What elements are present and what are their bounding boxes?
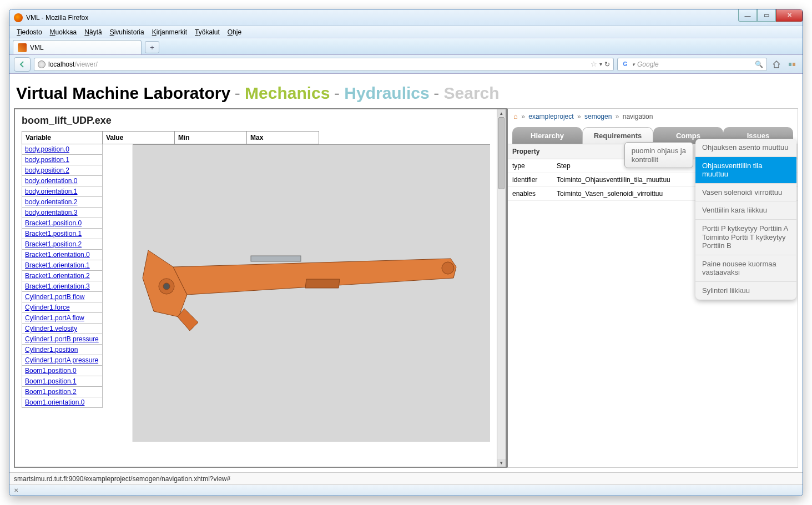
left-scrollbar[interactable]: ▴ ▾	[497, 109, 506, 467]
status-text: smartsimu.rd.tut.fi:9090/exampleproject/…	[14, 475, 230, 483]
col-variable: Variable	[22, 132, 103, 144]
svg-point-5	[442, 262, 454, 274]
search-placeholder: Google	[637, 60, 659, 68]
favicon-icon	[18, 43, 27, 52]
variable-link[interactable]: Bracket1.orientation.3	[25, 282, 90, 290]
variable-link[interactable]: body.position.1	[25, 156, 69, 164]
variable-link[interactable]: body.orientation.3	[25, 209, 78, 216]
globe-icon	[38, 60, 46, 68]
minimize-button[interactable]: —	[738, 9, 757, 22]
col-min: Min	[175, 132, 247, 144]
popup-item[interactable]: Sylinteri liikkuu	[695, 282, 796, 300]
scroll-up-icon[interactable]: ▴	[497, 109, 506, 117]
search-submit-icon[interactable]: 🔍	[755, 60, 763, 68]
prop-header: Property	[508, 144, 552, 159]
variable-link[interactable]: Boom1.orientation.0	[25, 398, 84, 406]
menu-tyokalut[interactable]: Työkalut	[191, 27, 224, 37]
browser-tab[interactable]: VML	[13, 40, 142, 54]
tab-hierarchy[interactable]: Hierarchy	[512, 127, 582, 144]
prop-key: enables	[508, 187, 552, 201]
variable-link[interactable]: Bracket1.position.2	[25, 240, 82, 248]
crumb-exampleproject[interactable]: exampleproject	[528, 113, 573, 120]
variable-link[interactable]: Boom1.position.0	[25, 367, 77, 375]
variable-link[interactable]: body.position.2	[25, 166, 69, 174]
crumb-navigation: navigation	[623, 113, 653, 120]
home-icon[interactable]: ⌂	[513, 112, 518, 120]
right-pane: ⌂ » exampleproject » semogen » navigatio…	[507, 108, 798, 468]
prop-key: type	[508, 159, 552, 173]
svg-rect-0	[789, 63, 791, 66]
breadcrumb: ⌂ » exampleproject » semogen » navigatio…	[508, 109, 798, 124]
popup-item[interactable]: Ohjauksen asento muuttuu	[695, 139, 796, 157]
page-content: Virtual Machine Laboratory - Mechanics -…	[9, 74, 803, 484]
header-part3[interactable]: Hydraulics	[344, 84, 429, 102]
variable-link[interactable]: body.position.0	[25, 145, 69, 153]
addonbar-close-icon[interactable]: ✕	[14, 487, 18, 493]
url-host: localhost	[48, 60, 74, 68]
variable-link[interactable]: Cylinder1.position	[25, 346, 78, 354]
addon-bar: ✕	[9, 484, 803, 496]
popup-item[interactable]: Vasen solenoidi virroittuu	[695, 184, 796, 202]
variable-link[interactable]: Boom1.position.2	[25, 388, 77, 396]
variable-link[interactable]: body.orientation.0	[25, 177, 78, 185]
page-header: Virtual Machine Laboratory - Mechanics -…	[9, 74, 803, 108]
popup-item[interactable]: Venttiilin kara liikkuu	[695, 201, 796, 220]
menu-muokkaa[interactable]: Muokkaa	[46, 27, 81, 37]
back-button[interactable]	[14, 57, 31, 72]
search-box[interactable]: G ▾ Google 🔍	[617, 58, 767, 71]
variable-link[interactable]: Cylinder1.portA flow	[25, 314, 84, 322]
col-value: Value	[103, 132, 175, 144]
variable-link[interactable]: Cylinder1.velosity	[25, 325, 77, 332]
exe-title: boom_lift_UDP.exe	[22, 115, 490, 127]
variable-link[interactable]: body.orientation.2	[25, 198, 78, 206]
menu-nayta[interactable]: Näytä	[80, 27, 105, 37]
new-tab-button[interactable]: +	[145, 41, 159, 53]
svg-rect-1	[793, 63, 795, 66]
window-title: VML - Mozilla Firefox	[26, 14, 88, 22]
variable-link[interactable]: Bracket1.position.0	[25, 219, 82, 227]
bookmark-star-icon[interactable]: ☆	[591, 60, 597, 68]
maximize-button[interactable]: ▭	[757, 9, 776, 22]
popup-item[interactable]: Paine nousee kuormaa vastaavaksi	[695, 255, 796, 282]
variable-link[interactable]: Cylinder1.force	[25, 304, 70, 311]
step-popup-menu: Ohjauksen asento muuttuuOhjausventtiilin…	[695, 139, 796, 300]
popup-item[interactable]: Ohjausventtiilin tila muuttuu	[695, 157, 796, 184]
tab-label: VML	[30, 44, 44, 52]
navigation-toolbar: localhost/viewer/ ☆ ▾ ↻ G ▾ Google 🔍	[9, 55, 803, 74]
3d-viewport[interactable]	[133, 144, 490, 442]
statusbar: smartsimu.rd.tut.fi:9090/exampleproject/…	[9, 472, 803, 484]
scroll-thumb[interactable]	[498, 117, 505, 189]
search-dropdown-icon[interactable]: ▾	[632, 62, 635, 67]
header-part4[interactable]: Search	[444, 84, 500, 102]
popup-item[interactable]: Portti P kytkeytyy Porttiin A Toiminto P…	[695, 220, 796, 255]
scroll-down-icon[interactable]: ▾	[497, 459, 506, 467]
menubar: Tiedosto Muokkaa Näytä Sivuhistoria Kirj…	[9, 26, 803, 38]
crumb-semogen[interactable]: semogen	[584, 113, 612, 120]
header-part2[interactable]: Mechanics	[245, 84, 330, 102]
variable-link[interactable]: Cylinder1.portB pressure	[25, 335, 99, 343]
url-dropdown-icon[interactable]: ▾	[599, 61, 602, 67]
home-button[interactable]	[770, 58, 783, 70]
url-bar[interactable]: localhost/viewer/ ☆ ▾ ↻	[34, 58, 614, 71]
menu-kirjanmerkit[interactable]: Kirjanmerkit	[148, 27, 191, 37]
close-button[interactable]: ✕	[776, 9, 803, 22]
variable-link[interactable]: Bracket1.orientation.1	[25, 261, 90, 269]
menu-tiedosto[interactable]: Tiedosto	[13, 27, 46, 37]
refresh-icon[interactable]: ↻	[604, 60, 610, 68]
google-icon: G	[621, 60, 629, 68]
menu-ohje[interactable]: Ohje	[224, 27, 245, 37]
variable-link[interactable]: Bracket1.orientation.2	[25, 272, 90, 280]
variable-link[interactable]: Cylinder1.portB flow	[25, 293, 84, 301]
addon-button[interactable]	[786, 58, 798, 70]
left-pane: boom_lift_UDP.exe Variable Value Min Max	[14, 108, 507, 468]
variable-link[interactable]: Cylinder1.portA pressure	[25, 356, 98, 364]
tab-requirements[interactable]: Requirements	[582, 127, 653, 144]
variable-link[interactable]: Boom1.position.1	[25, 377, 77, 385]
prop-key: identifier	[508, 173, 552, 187]
variable-link[interactable]: Bracket1.orientation.0	[25, 251, 90, 259]
menu-sivuhistoria[interactable]: Sivuhistoria	[106, 27, 148, 37]
variable-link[interactable]: body.orientation.1	[25, 188, 78, 195]
svg-rect-4	[251, 256, 301, 261]
variable-link[interactable]: Bracket1.position.1	[25, 230, 82, 238]
url-path: /viewer/	[74, 60, 97, 68]
